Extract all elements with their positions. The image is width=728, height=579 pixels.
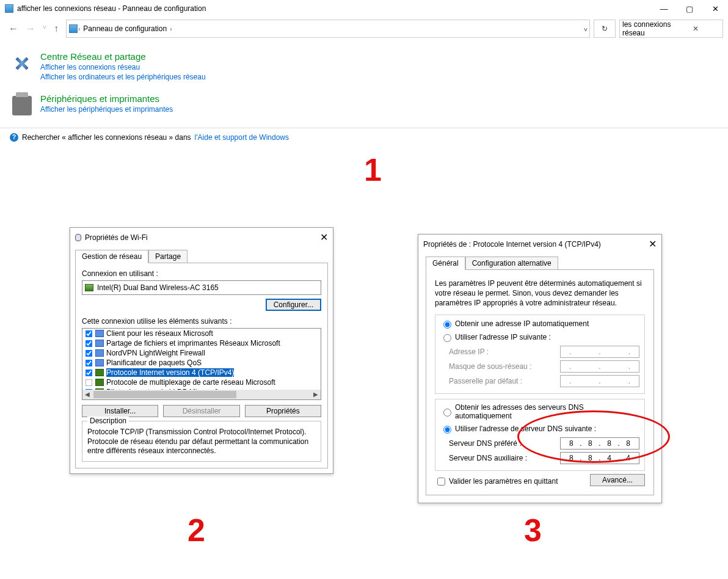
- ipv4-properties-dialog: Propriétés de : Protocole Internet versi…: [418, 234, 662, 503]
- network-sharing-icon: [11, 53, 33, 75]
- nic-icon: [85, 284, 93, 291]
- scroll-left-button[interactable]: ◀: [82, 390, 92, 399]
- refresh-button[interactable]: ↻: [594, 20, 616, 38]
- nav-recent-button[interactable]: ⅴ: [43, 23, 46, 34]
- label-ip-manual: Utiliser l'adresse IP suivante :: [455, 333, 551, 341]
- subnet-field: ...: [560, 360, 639, 373]
- result-title-devices[interactable]: Périphériques et imprimantes: [40, 93, 173, 104]
- service-icon: [95, 340, 104, 347]
- nav-forward-button: →: [26, 23, 35, 34]
- item-checkbox[interactable]: [86, 379, 93, 386]
- result-devices: Périphériques et imprimantes Afficher le…: [10, 93, 718, 115]
- nav-up-button[interactable]: ↑: [54, 23, 59, 34]
- item-checkbox[interactable]: [86, 369, 93, 376]
- control-panel-icon: [5, 4, 13, 13]
- item-checkbox[interactable]: [86, 349, 93, 357]
- breadcrumb-icon: [69, 24, 78, 33]
- label-dns-auto: Obtenir les adresses des serveurs DNS au…: [455, 403, 639, 420]
- configure-button[interactable]: Configurer...: [266, 299, 321, 311]
- window-title: afficher les connexions réseau - Panneau…: [17, 4, 651, 13]
- service-icon: [95, 330, 104, 337]
- titlebar: afficher les connexions réseau - Panneau…: [0, 0, 728, 17]
- result-title-network[interactable]: Centre Réseau et partage: [40, 51, 206, 62]
- ip-address-field: ...: [560, 346, 639, 358]
- horizontal-scrollbar[interactable]: ◀ ▶: [82, 390, 321, 399]
- wifi-properties-dialog: Propriétés de Wi-Fi ✕ Gestion de réseau …: [70, 227, 333, 474]
- ipv4-dialog-title: Propriétés de : Protocole Internet versi…: [423, 240, 649, 249]
- label-uses-items: Cette connexion utilise les éléments sui…: [82, 317, 321, 326]
- list-item[interactable]: Protocole de multiplexage de carte résea…: [82, 377, 321, 387]
- close-button[interactable]: ✕: [702, 0, 728, 17]
- link-show-devices-printers[interactable]: Afficher les périphériques et imprimante…: [40, 105, 173, 114]
- microphone-icon: [75, 234, 81, 241]
- radio-ip-auto[interactable]: [443, 321, 451, 329]
- maximize-button[interactable]: ▢: [677, 0, 702, 17]
- label-validate: Valider les paramètres en quittant: [449, 477, 558, 486]
- clear-search-button[interactable]: ✕: [671, 24, 720, 33]
- advanced-button[interactable]: Avancé...: [590, 474, 645, 486]
- label-ip-auto: Obtenir une adresse IP automatiquement: [455, 319, 589, 328]
- list-item[interactable]: Protocole Internet version 4 (TCP/IPv4): [82, 368, 321, 377]
- link-show-devices-network[interactable]: Afficher les ordinateurs et les périphér…: [40, 73, 206, 81]
- adapter-field: Intel(R) Dual Band Wireless-AC 3165: [82, 280, 321, 295]
- navbar: ← → ⅴ ↑ › Panneau de configuration › ⅴ ↻…: [0, 17, 728, 40]
- install-button[interactable]: Installer...: [82, 405, 158, 417]
- wifi-dialog-title: Propriétés de Wi-Fi: [85, 233, 320, 242]
- radio-dns-manual[interactable]: [443, 426, 451, 434]
- description-text: Protocole TCP/IP (Transmission Control P…: [87, 428, 316, 456]
- tab-general[interactable]: Général: [426, 257, 465, 270]
- components-list[interactable]: Client pour les réseaux MicrosoftPartage…: [82, 328, 321, 400]
- service-icon: [95, 359, 104, 366]
- description-legend: Description: [87, 417, 129, 425]
- step-number-3: 3: [524, 512, 542, 548]
- description-group: Description Protocole TCP/IP (Transmissi…: [82, 421, 321, 462]
- label-dns-manual: Utiliser l'adresse de serveur DNS suivan…: [455, 424, 596, 433]
- item-label: Partage de fichiers et imprimantes Résea…: [106, 339, 280, 348]
- list-item[interactable]: Client pour les réseaux Microsoft: [82, 329, 321, 338]
- list-item[interactable]: NordVPN LightWeight Firewall: [82, 348, 321, 358]
- ipv4-description: Les paramètres IP peuvent être déterminé…: [435, 279, 645, 308]
- chevron-down-icon[interactable]: ⅴ: [583, 26, 588, 32]
- search-value: les connexions réseau: [622, 20, 671, 37]
- label-subnet: Masque de sous-réseau :: [449, 362, 560, 371]
- chevron-right-icon[interactable]: ›: [169, 26, 172, 32]
- radio-ip-manual[interactable]: [443, 334, 451, 342]
- list-item[interactable]: Partage de fichiers et imprimantes Résea…: [82, 338, 321, 348]
- scroll-right-button[interactable]: ▶: [311, 390, 321, 399]
- tab-alternative-config[interactable]: Configuration alternative: [465, 257, 558, 270]
- breadcrumb[interactable]: › Panneau de configuration › ⅴ: [66, 20, 590, 38]
- dns-group: Obtenir les adresses des serveurs DNS au…: [435, 399, 645, 471]
- dns-alternate-field[interactable]: 8. 8. 4. 4: [560, 452, 639, 464]
- properties-button[interactable]: Propriétés: [245, 405, 321, 417]
- breadcrumb-label[interactable]: Panneau de configuration: [81, 24, 169, 33]
- divider: [0, 128, 728, 128]
- label-ip-address: Adresse IP :: [449, 348, 560, 356]
- step-number-2: 2: [187, 512, 205, 548]
- item-checkbox[interactable]: [86, 359, 93, 366]
- dns-preferred-field[interactable]: 8. 8. 8. 8: [560, 437, 639, 450]
- tab-network[interactable]: Gestion de réseau: [75, 250, 148, 263]
- result-network: Centre Réseau et partage Afficher les co…: [10, 51, 718, 81]
- protocol-icon: [95, 379, 104, 386]
- close-wifi-dialog-button[interactable]: ✕: [320, 231, 328, 243]
- item-label: Protocole Internet version 4 (TCP/IPv4): [106, 368, 234, 377]
- protocol-icon: [95, 369, 104, 376]
- tab-sharing[interactable]: Partage: [148, 250, 187, 263]
- nav-back-button[interactable]: ←: [9, 23, 18, 34]
- validate-checkbox[interactable]: [437, 478, 445, 486]
- link-show-connections[interactable]: Afficher les connexions réseau: [40, 63, 206, 71]
- gateway-field: ...: [560, 375, 639, 387]
- label-connection-using: Connexion en utilisant :: [82, 269, 321, 278]
- help-link[interactable]: l'Aide et support de Windows: [195, 133, 289, 142]
- search-input[interactable]: les connexions réseau ✕: [619, 20, 723, 38]
- list-item[interactable]: Planificateur de paquets QoS: [82, 358, 321, 368]
- item-checkbox[interactable]: [86, 340, 93, 347]
- scroll-thumb[interactable]: [93, 391, 236, 398]
- item-label: Planificateur de paquets QoS: [106, 359, 202, 367]
- minimize-button[interactable]: —: [651, 0, 677, 17]
- uninstall-button: Désinstaller: [163, 405, 239, 417]
- close-ipv4-dialog-button[interactable]: ✕: [649, 238, 657, 250]
- radio-dns-auto[interactable]: [443, 409, 451, 417]
- item-checkbox[interactable]: [86, 330, 93, 337]
- label-dns-alternate: Serveur DNS auxiliaire :: [449, 454, 560, 462]
